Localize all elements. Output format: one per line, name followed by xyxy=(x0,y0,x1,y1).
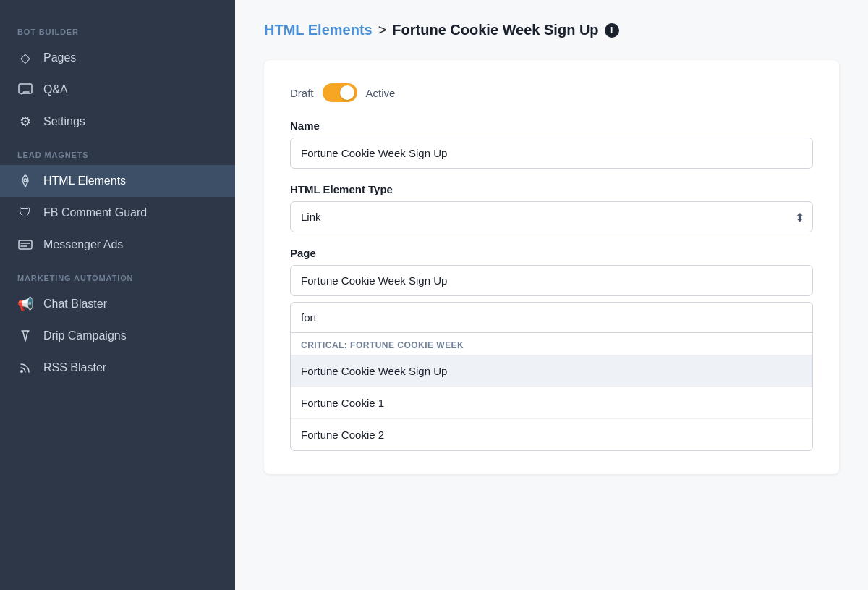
sidebar-section-lead-magnets: LEAD MAGNETS xyxy=(0,138,235,165)
breadcrumb-separator: > xyxy=(378,22,387,38)
page-selected-value: Fortune Cookie Week Sign Up xyxy=(290,265,813,296)
dropdown-item-2[interactable]: Fortune Cookie 2 xyxy=(291,418,812,450)
dropdown-group-label: CRITICAL: Fortune Cookie Week xyxy=(291,333,812,355)
dropdown-item-1[interactable]: Fortune Cookie 1 xyxy=(291,387,812,418)
svg-rect-2 xyxy=(19,240,32,249)
sidebar-item-label: Pages xyxy=(43,51,76,64)
drip-icon xyxy=(17,328,33,344)
megaphone-icon: 📢 xyxy=(17,296,33,312)
draft-label: Draft xyxy=(290,87,314,99)
sidebar-item-settings[interactable]: ⚙ Settings xyxy=(0,106,235,138)
sidebar-item-label: Q&A xyxy=(43,83,68,96)
sidebar-item-label: Drip Campaigns xyxy=(43,329,127,342)
sidebar-item-pages[interactable]: ◇ Pages xyxy=(0,42,235,74)
sidebar-section-bot-builder: BOT BUILDER xyxy=(0,14,235,42)
dropdown-item-0[interactable]: Fortune Cookie Week Sign Up xyxy=(291,355,812,387)
breadcrumb-link[interactable]: HTML Elements xyxy=(264,22,373,38)
rocket-icon xyxy=(17,173,33,189)
name-label: Name xyxy=(290,119,813,132)
html-element-type-wrapper: Link Button ⬍ xyxy=(290,201,813,232)
draft-active-toggle[interactable] xyxy=(323,83,357,102)
shield-icon: 🛡 xyxy=(17,205,33,221)
draft-active-toggle-row: Draft Active xyxy=(290,83,813,102)
pages-icon: ◇ xyxy=(17,50,33,66)
page-dropdown: CRITICAL: Fortune Cookie Week Fortune Co… xyxy=(290,333,813,451)
sidebar-item-label: RSS Blaster xyxy=(43,361,106,374)
html-element-type-label: HTML Element Type xyxy=(290,183,813,195)
page-label: Page xyxy=(290,247,813,259)
sidebar: BOT BUILDER ◇ Pages Q&A ⚙ Settings LEAD … xyxy=(0,0,235,590)
qa-icon xyxy=(17,82,33,98)
sidebar-item-fb-comment-guard[interactable]: 🛡 FB Comment Guard xyxy=(0,197,235,229)
active-label: Active xyxy=(366,87,396,99)
sidebar-item-label: Messenger Ads xyxy=(43,238,123,251)
sidebar-item-chat-blaster[interactable]: 📢 Chat Blaster xyxy=(0,288,235,320)
main-content: HTML Elements > Fortune Cookie Week Sign… xyxy=(235,0,868,590)
sidebar-item-qa[interactable]: Q&A xyxy=(0,74,235,106)
sidebar-item-label: FB Comment Guard xyxy=(43,206,147,219)
sidebar-item-rss-blaster[interactable]: RSS Blaster xyxy=(0,352,235,384)
sidebar-item-messenger-ads[interactable]: Messenger Ads xyxy=(0,229,235,261)
sidebar-item-label: Chat Blaster xyxy=(43,298,107,311)
sidebar-item-html-elements[interactable]: HTML Elements xyxy=(0,165,235,197)
rss-icon xyxy=(17,360,33,376)
gear-icon: ⚙ xyxy=(17,114,33,130)
sidebar-section-marketing-automation: MARKETING AUTOMATION xyxy=(0,261,235,288)
sidebar-item-label: Settings xyxy=(43,115,85,128)
sidebar-item-label: HTML Elements xyxy=(43,174,126,187)
messenger-ads-icon xyxy=(17,237,33,253)
info-icon[interactable]: i xyxy=(605,23,619,38)
breadcrumb: HTML Elements > Fortune Cookie Week Sign… xyxy=(264,22,839,38)
sidebar-item-drip-campaigns[interactable]: Drip Campaigns xyxy=(0,320,235,352)
breadcrumb-current: Fortune Cookie Week Sign Up xyxy=(392,22,598,38)
form-card: Draft Active Name HTML Element Type Link… xyxy=(264,60,839,474)
svg-point-3 xyxy=(20,370,23,373)
page-dropdown-container: Fortune Cookie Week Sign Up CRITICAL: Fo… xyxy=(290,265,813,451)
name-input[interactable] xyxy=(290,138,813,169)
html-element-type-select[interactable]: Link Button xyxy=(290,201,813,232)
svg-point-1 xyxy=(24,179,27,182)
page-search-input[interactable] xyxy=(290,302,813,333)
